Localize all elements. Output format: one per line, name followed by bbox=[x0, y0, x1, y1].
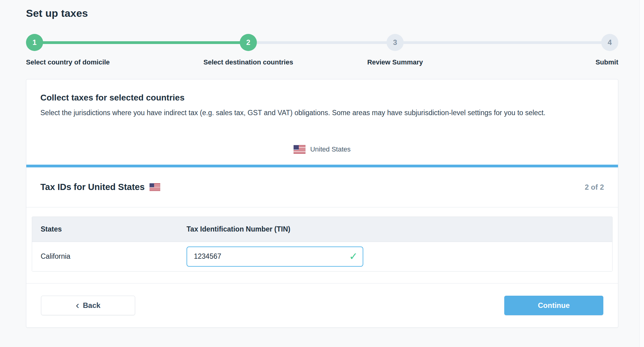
step-2-label: Select destination countries bbox=[203, 58, 293, 66]
card-intro: Collect taxes for selected countries Sel… bbox=[26, 79, 618, 118]
step-3-indicator[interactable]: 3 bbox=[387, 34, 404, 51]
tax-id-table: States Tax Identification Number (TIN) C… bbox=[32, 217, 613, 272]
card-description: Select the jurisdictions where you have … bbox=[40, 108, 604, 118]
us-flag-icon bbox=[294, 145, 305, 154]
continue-button-label: Continue bbox=[538, 301, 570, 310]
step-4-indicator[interactable]: 4 bbox=[601, 34, 618, 51]
stepper-labels: Select country of domicile Select destin… bbox=[26, 58, 618, 68]
stepper-track: 1 2 3 4 bbox=[26, 34, 618, 51]
page-title: Set up taxes bbox=[26, 0, 618, 19]
selected-country-tab[interactable]: United States bbox=[26, 145, 618, 165]
step-4-label: Submit bbox=[595, 58, 618, 66]
step-1-number: 1 bbox=[32, 38, 36, 47]
step-4-number: 4 bbox=[608, 38, 612, 47]
table-header-row: States Tax Identification Number (TIN) bbox=[32, 217, 612, 242]
tin-input[interactable] bbox=[187, 247, 363, 267]
pagination-counter: 2 of 2 bbox=[585, 183, 604, 192]
progress-line-complete bbox=[35, 41, 248, 44]
progress-line-upcoming bbox=[248, 41, 610, 44]
step-2-indicator[interactable]: 2 bbox=[240, 34, 257, 51]
card-heading: Collect taxes for selected countries bbox=[40, 93, 604, 103]
table-row: California ✓ bbox=[32, 242, 612, 271]
continue-button[interactable]: Continue bbox=[504, 296, 603, 315]
step-3-number: 3 bbox=[393, 38, 397, 47]
card-footer: ‹ Back Continue bbox=[26, 283, 618, 327]
setup-taxes-card: Collect taxes for selected countries Sel… bbox=[26, 79, 618, 328]
tin-cell: ✓ bbox=[187, 247, 612, 267]
taxids-title-row: Tax IDs for United States bbox=[40, 182, 160, 192]
step-1-indicator[interactable]: 1 bbox=[26, 34, 43, 51]
back-button[interactable]: ‹ Back bbox=[41, 296, 135, 315]
taxids-heading: Tax IDs for United States bbox=[40, 182, 145, 192]
us-flag-icon bbox=[150, 183, 160, 191]
scrollbar[interactable] bbox=[639, 0, 644, 347]
page-content: Set up taxes 1 2 3 4 Select country of d… bbox=[26, 0, 618, 328]
step-1-label: Select country of domicile bbox=[26, 58, 110, 66]
back-button-label: Back bbox=[83, 301, 100, 310]
column-header-states: States bbox=[32, 225, 187, 233]
step-2-number: 2 bbox=[246, 38, 250, 47]
state-name: California bbox=[32, 252, 187, 261]
step-3-label: Review Summary bbox=[367, 58, 423, 66]
tin-field-wrapper: ✓ bbox=[187, 247, 363, 267]
active-tab-indicator bbox=[26, 165, 618, 167]
taxids-section-header: Tax IDs for United States 2 of 2 bbox=[26, 167, 618, 207]
column-header-tin: Tax Identification Number (TIN) bbox=[187, 225, 612, 233]
selected-country-label: United States bbox=[310, 145, 350, 153]
progress-stepper: 1 2 3 4 Select country of domicile Selec… bbox=[26, 34, 618, 68]
tax-table-container: States Tax Identification Number (TIN) C… bbox=[26, 207, 618, 283]
